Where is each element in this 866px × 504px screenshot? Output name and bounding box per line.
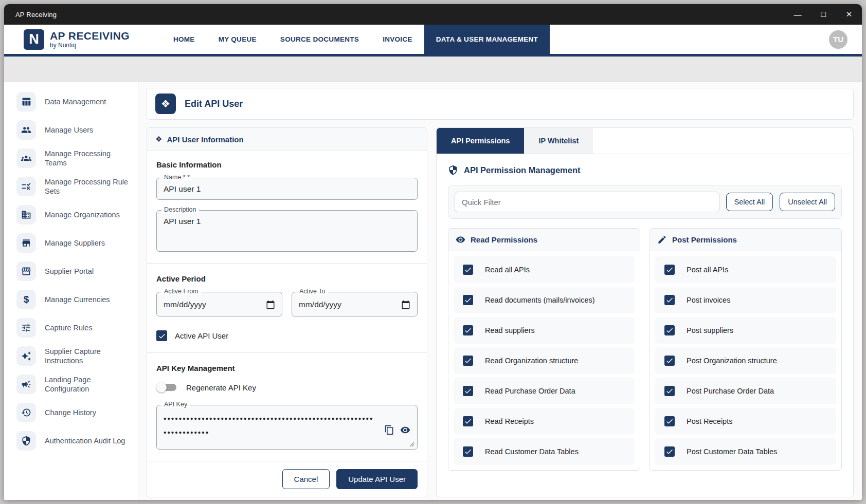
api-key-field[interactable]: API Key ••••••••••••••••••••••••••••••••… — [156, 405, 418, 450]
permission-row[interactable]: Post Customer Data Tables — [655, 438, 836, 465]
sidebar-item-capture-rules[interactable]: Capture Rules — [4, 315, 133, 340]
sidebar-item-label: Supplier Capture Instructions — [45, 347, 130, 365]
permission-row[interactable]: Read suppliers — [454, 317, 635, 344]
checkbox-checked[interactable] — [664, 295, 675, 305]
active-api-user-checkbox[interactable] — [156, 330, 167, 341]
permission-row[interactable]: Read Purchase Order Data — [454, 378, 635, 404]
toggle-knob — [156, 382, 167, 393]
permission-row[interactable]: Post Purchase Order Data — [655, 378, 836, 404]
permission-row[interactable]: Read Receipts — [454, 408, 635, 435]
sidebar-item-supplier-capture-instructions[interactable]: Supplier Capture Instructions — [4, 344, 133, 368]
checkbox-checked[interactable] — [463, 416, 473, 426]
sidebar: Data Management Manage Users Manage Proc… — [4, 82, 138, 500]
description-input[interactable]: API user 1 — [164, 217, 410, 246]
main-content: ❖ Edit API User ❖ API User Information B… — [138, 82, 862, 500]
form-actions: Cancel Update API User — [147, 461, 427, 497]
window-titlebar: AP Receiving — ☐ ✕ — [4, 4, 862, 25]
basic-information-heading: Basic Information — [156, 160, 418, 169]
show-key-eye-icon[interactable] — [400, 425, 410, 435]
active-from-value[interactable]: mm/dd/yyyy — [164, 300, 266, 309]
sidebar-item-label: Change History — [45, 408, 96, 417]
permission-row[interactable]: Read all APIs — [454, 256, 635, 283]
nav-source-documents[interactable]: SOURCE DOCUMENTS — [268, 25, 371, 54]
unselect-all-button[interactable]: Unselect All — [780, 193, 835, 211]
sidebar-item-manage-processing-teams[interactable]: Manage Processing Teams — [4, 146, 133, 171]
sidebar-item-authentication-audit-log[interactable]: Authentication Audit Log — [4, 428, 133, 453]
active-to-field[interactable]: Active To mm/dd/yyyy — [292, 292, 418, 316]
sidebar-item-supplier-portal[interactable]: Supplier Portal — [4, 259, 133, 284]
checkbox-checked[interactable] — [463, 446, 473, 457]
permission-row[interactable]: Post suppliers — [655, 317, 836, 344]
sidebar-item-manage-processing-rule-sets[interactable]: Manage Processing Rule Sets — [4, 174, 133, 199]
checkbox-checked[interactable] — [463, 356, 473, 366]
calendar-icon[interactable] — [401, 300, 410, 309]
checkbox-checked[interactable] — [664, 446, 675, 457]
calendar-icon[interactable] — [266, 300, 275, 309]
permission-row[interactable]: Post invoices — [655, 287, 836, 313]
checkbox-checked[interactable] — [463, 386, 473, 396]
sidebar-item-data-management[interactable]: Data Management — [4, 89, 133, 114]
dollar-icon: $ — [16, 290, 36, 309]
checkbox-checked[interactable] — [664, 325, 675, 335]
user-avatar[interactable]: TU — [829, 30, 847, 49]
sidebar-item-label: Manage Currencies — [45, 295, 110, 304]
megaphone-icon — [16, 375, 36, 394]
permission-row[interactable]: Read Organization structure — [454, 347, 635, 374]
sidebar-item-manage-currencies[interactable]: $ Manage Currencies — [4, 287, 133, 312]
name-field[interactable]: Name * * — [156, 178, 418, 200]
sub-header-band — [4, 57, 862, 82]
description-field-label: Description — [161, 206, 199, 213]
checkbox-checked[interactable] — [463, 295, 473, 305]
sidebar-item-label: Supplier Portal — [45, 267, 94, 276]
permission-row[interactable]: Post Receipts — [655, 408, 836, 435]
panel-title: API User Information — [167, 135, 243, 144]
shield-icon — [16, 431, 36, 451]
checkbox-checked[interactable] — [463, 325, 473, 335]
cancel-button[interactable]: Cancel — [282, 469, 330, 489]
name-input[interactable] — [164, 184, 410, 194]
maximize-icon[interactable]: ☐ — [810, 4, 836, 25]
sidebar-item-manage-organizations[interactable]: Manage Organizations — [4, 202, 133, 227]
eye-icon — [456, 235, 465, 245]
copy-icon[interactable] — [384, 425, 394, 435]
active-to-value[interactable]: mm/dd/yyyy — [299, 300, 401, 309]
nav-data-user-management[interactable]: DATA & USER MANAGEMENT — [424, 25, 550, 54]
sidebar-item-landing-page-configuration[interactable]: Landing Page Configuration — [4, 372, 133, 397]
checkbox-checked[interactable] — [463, 265, 473, 275]
nav-home[interactable]: HOME — [161, 25, 207, 54]
active-period-heading: Active Period — [156, 274, 418, 283]
brand-logo[interactable]: N AP RECEIVING by Nuntiq — [24, 25, 130, 54]
description-field[interactable]: Description API user 1 — [156, 210, 418, 252]
api-key-input[interactable]: ••••••••••••••••••••••••••••••••••••••••… — [164, 412, 377, 443]
permission-row[interactable]: Read documents (mails/invoices) — [454, 287, 635, 313]
permissions-tabs: API Permissions IP Whitelist — [437, 128, 853, 154]
post-permissions-panel: Post Permissions Post all APIs Post invo… — [650, 228, 842, 471]
storefront-icon — [16, 262, 36, 281]
sidebar-item-label: Capture Rules — [45, 323, 93, 332]
active-from-field[interactable]: Active From mm/dd/yyyy — [156, 292, 282, 316]
api-permission-management-heading: API Permission Management — [437, 154, 853, 178]
minimize-icon[interactable]: — — [785, 4, 810, 25]
close-icon[interactable]: ✕ — [836, 4, 862, 25]
sidebar-item-label: Data Management — [45, 97, 106, 106]
nav-invoice[interactable]: INVOICE — [371, 25, 424, 54]
checkbox-checked[interactable] — [664, 265, 675, 275]
select-all-button[interactable]: Select All — [726, 193, 773, 211]
app-window: AP Receiving — ☐ ✕ N AP RECEIVING by Nun… — [4, 4, 862, 500]
checkbox-checked[interactable] — [664, 386, 675, 396]
regenerate-api-key-toggle[interactable] — [156, 381, 179, 394]
checkbox-checked[interactable] — [664, 416, 675, 426]
permission-row[interactable]: Post Organization structure — [655, 347, 836, 374]
nav-my-queue[interactable]: MY QUEUE — [207, 25, 268, 54]
sidebar-item-manage-users[interactable]: Manage Users — [4, 118, 133, 142]
tab-api-permissions[interactable]: API Permissions — [437, 128, 524, 154]
checkbox-checked[interactable] — [664, 356, 675, 366]
sidebar-item-change-history[interactable]: Change History — [4, 400, 133, 425]
tab-ip-whitelist[interactable]: IP Whitelist — [524, 128, 593, 154]
quick-filter-input[interactable] — [455, 192, 719, 212]
sidebar-item-manage-suppliers[interactable]: Manage Suppliers — [4, 231, 133, 255]
resize-handle[interactable] — [409, 442, 414, 447]
update-api-user-button[interactable]: Update API User — [336, 469, 418, 489]
permission-row[interactable]: Read Customer Data Tables — [454, 438, 635, 465]
permission-row[interactable]: Post all APIs — [655, 256, 836, 283]
